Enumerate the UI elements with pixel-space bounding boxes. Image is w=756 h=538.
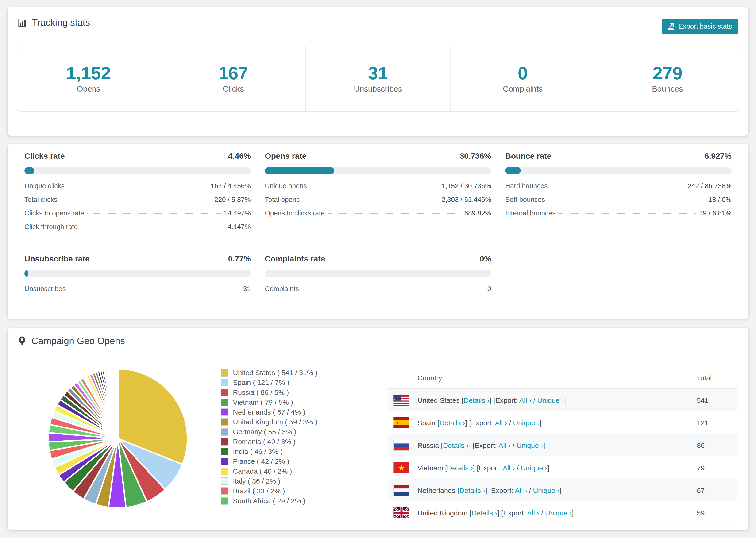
tracking-stats-card: Tracking stats Export basic stats 1,152O… [8, 7, 748, 136]
table-row: Vietnam [Details ›] [Export: All › / Uni… [388, 456, 737, 479]
details-link[interactable]: Details › [439, 418, 465, 426]
legend-label: France ( 42 / 2% ) [233, 457, 289, 465]
legend-swatch [221, 477, 228, 485]
legend-item: Russia ( 86 / 5% ) [221, 387, 361, 397]
table-row: Spain [Details ›] [Export: All › / Uniqu… [388, 411, 737, 434]
export-all-link[interactable]: All › [503, 463, 515, 471]
legend-swatch [221, 428, 228, 435]
stat-complaints: 0Complaints [450, 46, 595, 111]
legend-label: United States ( 541 / 31% ) [233, 368, 317, 377]
detail-value: 242 / 86.738% [688, 182, 731, 190]
legend-swatch [221, 457, 228, 465]
details-link[interactable]: Details › [443, 441, 469, 449]
rate-detail-row: Total opens2,303 / 61.446% [265, 196, 491, 209]
progress-bar [265, 167, 491, 174]
country-cell: Vietnam [Details ›] [Export: All › / Uni… [417, 463, 697, 471]
legend-item: United Kingdom ( 59 / 3% ) [221, 417, 361, 427]
legend-label: Germany ( 55 / 3% ) [233, 428, 296, 436]
export-unique-link[interactable]: Unique › [516, 441, 543, 449]
details-link[interactable]: Details › [471, 509, 497, 517]
rate-panel-complaints-rate: Complaints rate0%Complaints0 [265, 254, 491, 298]
stat-label: Unsubscribes [354, 85, 402, 94]
legend-swatch [221, 448, 228, 455]
rate-header: Clicks rate4.46% [25, 152, 251, 161]
legend-label: Canada ( 40 / 2% ) [233, 467, 292, 475]
export-unique-link[interactable]: Unique › [513, 418, 540, 426]
legend-swatch [221, 418, 228, 426]
country-cell: United States [Details ›] [Export: All ›… [417, 396, 697, 404]
details-link[interactable]: Details › [459, 486, 485, 494]
legend-item: Spain ( 121 / 7% ) [221, 377, 361, 387]
legend-item: Germany ( 55 / 3% ) [221, 427, 361, 437]
legend-item: France ( 42 / 2% ) [221, 456, 361, 466]
detail-label: Unique opens [265, 182, 307, 190]
rate-detail-row: Hard bounces242 / 86.738% [505, 182, 731, 196]
detail-label: Hard bounces [505, 182, 548, 190]
export-all-link[interactable]: All › [515, 486, 527, 494]
details-link[interactable]: Details › [447, 463, 473, 471]
bar-chart-icon [18, 18, 27, 27]
total-cell: 86 [697, 441, 737, 449]
stat-label: Complaints [503, 85, 543, 94]
rate-detail-rows: Complaints0 [265, 285, 491, 298]
rate-detail-row: Complaints0 [265, 285, 491, 298]
legend-swatch [221, 398, 228, 406]
legend-item: India ( 46 / 3% ) [221, 447, 361, 456]
geo-opens-table: CountryTotalUnited States [Details ›] [E… [388, 367, 737, 530]
geo-table-header: CountryTotal [388, 367, 737, 389]
detail-label: Opens to clicks rate [265, 209, 325, 217]
rate-detail-row: Soft bounces18 / 0% [505, 196, 731, 209]
legend-item: Vietnam ( 79 / 5% ) [221, 397, 361, 407]
legend-swatch [221, 487, 228, 495]
progress-bar-fill [505, 167, 521, 174]
stat-value: 1,152 [66, 64, 111, 83]
dotted-leader [61, 199, 211, 200]
export-unique-link[interactable]: Unique › [533, 486, 560, 494]
rate-value: 6.927% [705, 152, 731, 161]
total-cell: 541 [697, 396, 737, 404]
rate-title: Clicks rate [25, 152, 65, 161]
rate-value: 0.77% [228, 254, 251, 264]
export-basic-stats-button[interactable]: Export basic stats [661, 19, 738, 34]
progress-bar [25, 270, 251, 277]
export-unique-link[interactable]: Unique › [521, 463, 547, 471]
flag-de [394, 530, 409, 530]
legend-item: Netherlands ( 67 / 4% ) [221, 407, 361, 417]
geo-opens-pie-chart [45, 365, 191, 512]
dotted-leader [87, 213, 221, 214]
export-all-link[interactable]: All › [527, 509, 539, 517]
dotted-leader [81, 227, 224, 227]
table-row: Netherlands [Details ›] [Export: All › /… [388, 479, 737, 501]
export-unique-link[interactable]: Unique › [537, 396, 564, 404]
country-cell: Russia [Details ›] [Export: All › / Uniq… [417, 441, 697, 449]
rate-detail-row: Opens to clicks rate689.82% [265, 209, 491, 223]
export-all-link[interactable]: All › [499, 441, 511, 449]
detail-value: 689.82% [464, 209, 491, 217]
dotted-leader [328, 213, 461, 214]
rate-detail-row: Unsubscribes31 [25, 285, 251, 298]
table-row: Russia [Details ›] [Export: All › / Uniq… [388, 434, 737, 456]
legend-swatch [221, 467, 228, 475]
detail-label: Complaints [265, 285, 299, 293]
rate-detail-rows: Unique clicks167 / 4.456%Total clicks220… [25, 182, 251, 237]
detail-value: 0 [487, 285, 491, 293]
details-link[interactable]: Details › [464, 396, 490, 404]
detail-label: Click through rate [25, 223, 78, 231]
dotted-leader [551, 186, 684, 187]
map-pin-icon [18, 336, 26, 346]
export-unique-link[interactable]: Unique › [545, 509, 572, 517]
export-all-link[interactable]: All › [495, 418, 507, 426]
dotted-leader [69, 289, 240, 289]
total-cell: 121 [697, 418, 737, 426]
table-row: United Kingdom [Details ›] [Export: All … [388, 501, 737, 524]
rate-header: Bounce rate6.927% [505, 152, 731, 161]
pie-legend: United States ( 541 / 31% )Spain ( 121 /… [221, 368, 361, 506]
country-cell: Spain [Details ›] [Export: All › / Uniqu… [417, 418, 697, 426]
rate-detail-rows: Unsubscribes31 [25, 285, 251, 298]
detail-value: 4.147% [228, 223, 251, 231]
rate-title: Complaints rate [265, 254, 325, 264]
legend-swatch [221, 379, 228, 386]
table-row: Germany [Details ›] [Export: All › / Uni… [388, 524, 737, 530]
export-all-link[interactable]: All › [519, 396, 531, 404]
stat-label: Opens [77, 85, 100, 94]
